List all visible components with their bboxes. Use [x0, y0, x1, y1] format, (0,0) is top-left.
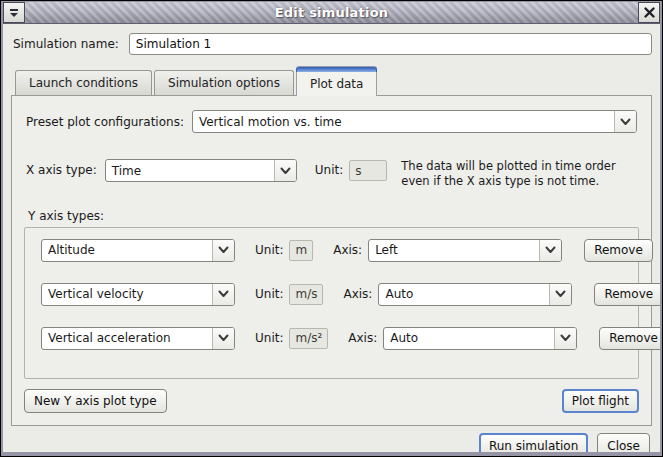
tab-bar: Launch conditions Simulation options Plo…: [15, 65, 652, 95]
unit-label: Unit:: [255, 239, 283, 262]
axis-select[interactable]: Left: [368, 239, 562, 262]
unit-value: m/s²: [289, 328, 328, 349]
x-axis-note: The data will be plotted in time order e…: [401, 159, 637, 189]
remove-button[interactable]: Remove: [594, 283, 662, 306]
y-axis-types-group: Altitude Unit: m Axis: Left: [24, 227, 639, 379]
chevron-down-icon: [554, 328, 576, 349]
edit-simulation-dialog: Edit simulation Simulation name: Launch …: [1, 1, 662, 456]
tab-simulation-options[interactable]: Simulation options: [154, 70, 294, 95]
new-y-axis-plot-type-button[interactable]: New Y axis plot type: [24, 389, 167, 413]
chevron-down-icon: [274, 160, 296, 181]
window-menu-icon: [7, 6, 21, 20]
chevron-down-icon: [212, 284, 234, 305]
preset-config-select[interactable]: Vertical motion vs. time: [192, 110, 637, 133]
axis-select[interactable]: Auto: [383, 327, 577, 350]
simulation-name-label: Simulation name:: [13, 37, 119, 51]
panel-bottom-row: New Y axis plot type Plot flight: [24, 379, 639, 413]
window-title: Edit simulation: [25, 2, 638, 23]
tab-label: Simulation options: [168, 76, 280, 90]
title-bar[interactable]: Edit simulation: [3, 2, 660, 24]
tab-launch-conditions[interactable]: Launch conditions: [15, 70, 152, 95]
axis-value: Auto: [379, 287, 549, 301]
chevron-down-icon: [212, 328, 234, 349]
axis-label: Axis:: [333, 239, 362, 262]
tab-label: Plot data: [310, 77, 363, 91]
axis-label: Axis:: [343, 283, 372, 306]
axis-value: Auto: [384, 331, 554, 345]
x-axis-type-select[interactable]: Time: [105, 159, 297, 182]
y-axis-type-select[interactable]: Altitude: [41, 239, 235, 262]
remove-button[interactable]: Remove: [584, 239, 653, 262]
y-axis-row-vertical-velocity: Vertical velocity Unit: m/s Axis: Auto: [41, 283, 624, 306]
close-window-button[interactable]: [638, 2, 660, 23]
y-axis-type-value: Altitude: [42, 243, 212, 257]
simulation-name-row: Simulation name:: [13, 33, 652, 55]
x-axis-unit-label: Unit:: [315, 159, 343, 182]
dialog-footer: Run simulation Close: [11, 426, 652, 456]
window-menu-button[interactable]: [3, 2, 25, 23]
unit-label: Unit:: [255, 327, 283, 350]
chevron-down-icon: [539, 240, 561, 261]
close-icon: [643, 6, 656, 19]
preset-config-row: Preset plot configurations: Vertical mot…: [26, 110, 637, 133]
y-axis-row-vertical-acceleration: Vertical acceleration Unit: m/s² Axis: A…: [41, 327, 624, 350]
plot-data-panel: Preset plot configurations: Vertical mot…: [11, 95, 652, 426]
unit-value: m: [289, 240, 313, 261]
chevron-down-icon: [549, 284, 571, 305]
y-axis-row-altitude: Altitude Unit: m Axis: Left: [41, 239, 624, 262]
run-simulation-button[interactable]: Run simulation: [479, 433, 588, 456]
axis-value: Left: [369, 243, 539, 257]
plot-flight-button[interactable]: Plot flight: [562, 389, 639, 413]
unit-label: Unit:: [255, 283, 283, 306]
x-axis-type-value: Time: [106, 164, 274, 178]
y-axis-type-select[interactable]: Vertical velocity: [41, 283, 235, 306]
tab-label: Launch conditions: [29, 76, 138, 90]
chevron-down-icon: [212, 240, 234, 261]
y-axis-type-value: Vertical acceleration: [42, 331, 212, 345]
x-axis-unit-value: s: [349, 160, 387, 181]
preset-config-label: Preset plot configurations:: [26, 115, 184, 129]
axis-label: Axis:: [348, 327, 377, 350]
dialog-content: Simulation name: Launch conditions Simul…: [3, 24, 660, 456]
tab-plot-data[interactable]: Plot data: [296, 66, 377, 96]
dialog-window-frame: Edit simulation Simulation name: Launch …: [0, 0, 663, 457]
y-axis-type-select[interactable]: Vertical acceleration: [41, 327, 235, 350]
preset-config-value: Vertical motion vs. time: [193, 115, 614, 129]
axis-select[interactable]: Auto: [378, 283, 572, 306]
x-axis-row: X axis type: Time Unit: s The data will …: [26, 159, 637, 189]
chevron-down-icon: [614, 111, 636, 132]
remove-button[interactable]: Remove: [599, 327, 662, 350]
unit-value: m/s: [289, 284, 323, 305]
simulation-name-input[interactable]: [129, 33, 652, 55]
close-button[interactable]: Close: [597, 433, 650, 456]
y-axis-types-label: Y axis types:: [28, 209, 639, 223]
x-axis-type-label: X axis type:: [26, 159, 97, 182]
y-axis-type-value: Vertical velocity: [42, 287, 212, 301]
